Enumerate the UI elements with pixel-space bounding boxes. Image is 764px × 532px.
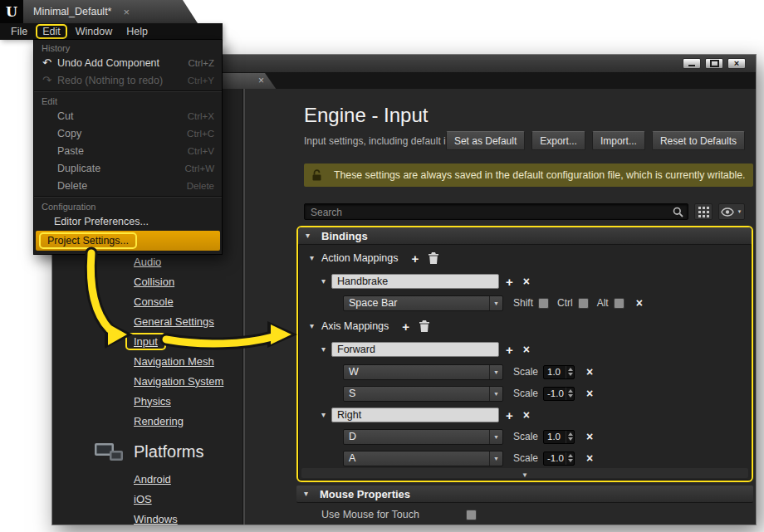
menu-window[interactable]: Window: [70, 26, 118, 37]
menu-item-cut[interactable]: Cut Ctrl+X: [34, 107, 222, 124]
minimize-button[interactable]: [683, 58, 701, 69]
menu-item-redo[interactable]: ↷ Redo (Nothing to redo) Ctrl+Y: [34, 71, 222, 89]
close-icon: ×: [734, 59, 739, 68]
scale-input[interactable]: 1.0: [543, 430, 575, 444]
sidebar-item-ios[interactable]: iOS: [134, 493, 152, 505]
scale-label: Scale: [513, 452, 538, 464]
add-key-button[interactable]: +: [506, 409, 513, 422]
sidebar-item-android[interactable]: Android: [134, 473, 171, 486]
edit-menu-dropdown: History ↶ Undo Add Component Ctrl+Z ↷ Re…: [33, 39, 223, 255]
menu-edit[interactable]: Edit: [36, 24, 67, 39]
use-mouse-for-touch-label: Use Mouse for Touch: [321, 509, 466, 520]
alt-label: Alt: [597, 297, 609, 309]
scale-label: Scale: [513, 366, 538, 378]
configuration-section-label: Configuration: [34, 199, 222, 212]
menu-file[interactable]: File: [5, 26, 33, 37]
add-axis-mapping-button[interactable]: +: [402, 320, 409, 333]
key-select[interactable]: S ▼: [343, 386, 503, 402]
use-mouse-for-touch-checkbox[interactable]: [466, 510, 477, 520]
sidebar-item-windows[interactable]: Windows: [134, 513, 178, 525]
import-button[interactable]: Import...: [592, 131, 645, 150]
spinner[interactable]: [566, 388, 574, 400]
close-button[interactable]: ×: [727, 58, 746, 69]
scale-input[interactable]: -1.0: [543, 387, 575, 401]
shift-checkbox[interactable]: [538, 298, 549, 309]
visibility-filter-button[interactable]: ▼: [718, 203, 745, 220]
set-as-default-button[interactable]: Set as Default: [446, 131, 525, 150]
sidebar-item-physics[interactable]: Physics: [134, 395, 171, 408]
search-input[interactable]: [305, 206, 688, 219]
settings-tab-close-icon[interactable]: ×: [258, 76, 264, 85]
add-action-mapping-button[interactable]: +: [411, 252, 419, 265]
bindings-category-header[interactable]: ▾ Bindings: [298, 227, 752, 245]
reset-to-defaults-button[interactable]: Reset to Defaults: [652, 131, 745, 150]
mouse-properties-header[interactable]: ▾ Mouse Properties: [296, 486, 753, 503]
expand-arrow-icon[interactable]: ▾: [321, 411, 331, 419]
sidebar-item-audio[interactable]: Audio: [134, 256, 161, 268]
menu-item-copy[interactable]: Copy Ctrl+C: [34, 124, 222, 142]
expand-more-button[interactable]: ▼: [301, 468, 748, 478]
menu-item-delete[interactable]: Delete Delete: [34, 177, 222, 194]
sidebar-item-navigation-system[interactable]: Navigation System: [134, 375, 223, 388]
menu-item-undo[interactable]: ↶ Undo Add Component Ctrl+Z: [34, 54, 222, 71]
axis-name-field[interactable]: Right: [331, 408, 499, 422]
add-key-button[interactable]: +: [506, 344, 513, 356]
axis-mappings-row: ▾ Axis Mappings +: [310, 318, 429, 334]
bindings-title: Bindings: [321, 230, 368, 242]
edit-section-label: Edit: [34, 94, 222, 107]
menu-separator: [34, 90, 222, 92]
spinner[interactable]: [566, 366, 574, 378]
sidebar-item-rendering[interactable]: Rendering: [134, 415, 184, 427]
remove-mapping-button[interactable]: ×: [523, 409, 530, 421]
view-options-button[interactable]: [694, 203, 712, 220]
expand-arrow-icon[interactable]: ▾: [310, 254, 320, 262]
key-select[interactable]: D ▼: [343, 429, 503, 445]
spinner[interactable]: [566, 431, 574, 443]
expand-arrow-icon[interactable]: ▾: [321, 277, 331, 286]
clear-action-mappings-trash-icon[interactable]: [429, 252, 438, 264]
remove-key-button[interactable]: ×: [586, 388, 593, 399]
maximize-button[interactable]: [705, 58, 723, 69]
header-buttons: Set as Default Export... Import... Reset…: [446, 131, 745, 150]
key-select[interactable]: W ▼: [343, 364, 503, 380]
remove-key-button[interactable]: ×: [636, 297, 643, 309]
level-tab[interactable]: Minimal_Default* ×: [23, 0, 198, 23]
sidebar-item-console[interactable]: Console: [134, 295, 174, 308]
sidebar-item-collision[interactable]: Collision: [134, 276, 174, 288]
sidebar-item-input[interactable]: Input: [125, 333, 166, 350]
axis-key-row: D ▼ Scale 1.0 ×: [343, 428, 593, 445]
remove-key-button[interactable]: ×: [586, 452, 593, 464]
add-key-button[interactable]: +: [506, 276, 513, 288]
alt-checkbox[interactable]: [614, 298, 624, 309]
sidebar-item-navigation-mesh[interactable]: Navigation Mesh: [134, 355, 214, 368]
export-button[interactable]: Export...: [531, 131, 585, 150]
expand-arrow-icon[interactable]: ▾: [310, 322, 320, 330]
key-select[interactable]: A ▼: [343, 451, 503, 466]
sidebar-item-general-settings[interactable]: General Settings: [134, 315, 214, 328]
spinner[interactable]: [566, 452, 574, 465]
menu-item-duplicate[interactable]: Duplicate Ctrl+W: [34, 159, 222, 177]
ctrl-checkbox[interactable]: [578, 298, 589, 309]
scale-input[interactable]: 1.0: [543, 365, 575, 379]
axis-name-field[interactable]: Forward: [331, 342, 499, 357]
menu-help[interactable]: Help: [120, 26, 154, 37]
remove-mapping-button[interactable]: ×: [523, 276, 530, 287]
tab-close-icon[interactable]: ×: [123, 7, 130, 17]
window-controls: ×: [683, 58, 746, 69]
axis-mapping-name-row: ▾ Forward + ×: [321, 341, 530, 358]
expand-arrow-icon[interactable]: ▾: [321, 345, 331, 354]
remove-key-button[interactable]: ×: [586, 431, 593, 442]
remove-mapping-button[interactable]: ×: [523, 344, 530, 355]
grid-icon: [698, 207, 709, 217]
platforms-section-header: Platforms: [94, 441, 203, 462]
platforms-icon: [94, 441, 124, 462]
remove-key-button[interactable]: ×: [586, 366, 593, 378]
menu-item-paste[interactable]: Paste Ctrl+V: [34, 142, 222, 159]
key-select[interactable]: Space Bar ▼: [343, 295, 503, 311]
menu-item-editor-preferences[interactable]: Editor Preferences...: [34, 212, 222, 230]
scale-input[interactable]: -1.0: [543, 451, 575, 466]
menu-item-project-settings[interactable]: Project Settings...: [36, 231, 220, 251]
clear-axis-mappings-trash-icon[interactable]: [419, 320, 429, 332]
use-mouse-for-touch-row: Use Mouse for Touch: [296, 504, 753, 525]
action-name-field[interactable]: Handbrake: [331, 274, 499, 289]
